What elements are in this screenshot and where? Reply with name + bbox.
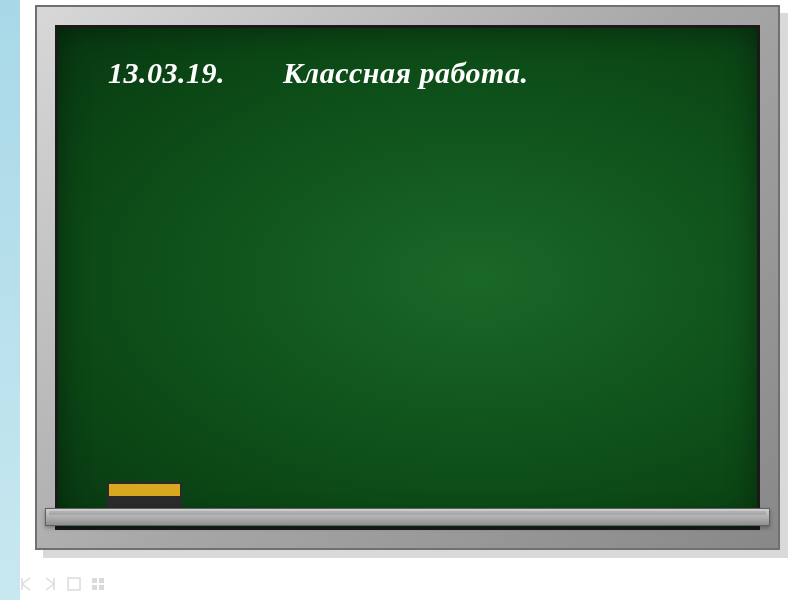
chalkboard-frame: 13.03.19.Классная работа. xyxy=(35,5,780,550)
nav-icon xyxy=(42,576,58,592)
title-text: Классная работа. xyxy=(283,56,528,89)
eraser-icon xyxy=(107,482,182,508)
date-text: 13.03.19. xyxy=(108,56,225,90)
nav-icon xyxy=(18,576,34,592)
chalk-text: 13.03.19.Классная работа. xyxy=(108,56,528,90)
svg-rect-4 xyxy=(99,585,104,590)
svg-rect-3 xyxy=(92,585,97,590)
chalkboard-container: 13.03.19.Классная работа. xyxy=(35,5,780,550)
chalkboard: 13.03.19.Классная работа. xyxy=(55,25,760,530)
background-accent xyxy=(0,0,20,600)
grid-icon xyxy=(90,576,106,592)
svg-rect-0 xyxy=(68,578,80,590)
bottom-toolbar xyxy=(18,576,106,592)
svg-rect-2 xyxy=(99,578,104,583)
expand-icon xyxy=(66,576,82,592)
svg-rect-1 xyxy=(92,578,97,583)
chalk-ledge xyxy=(45,508,770,526)
